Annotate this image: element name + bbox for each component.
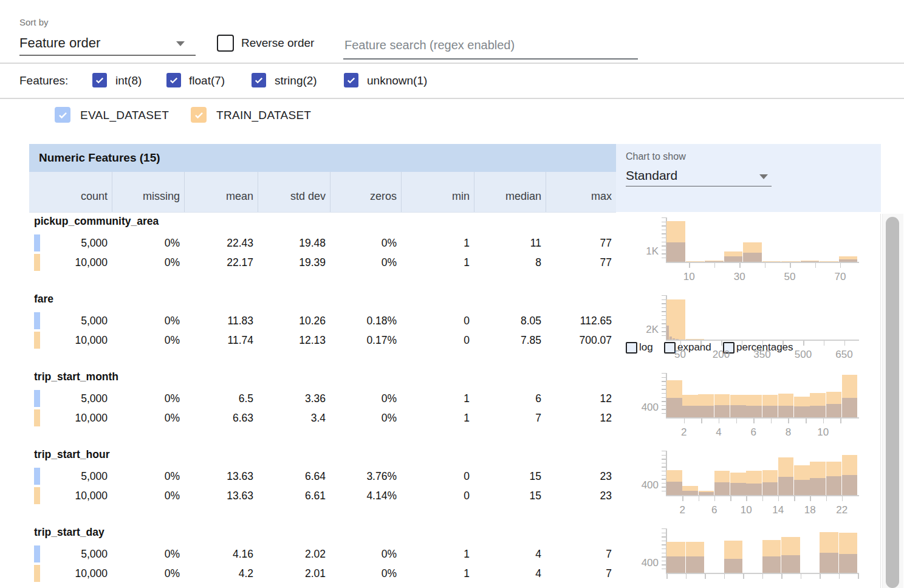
stat-value: 0% bbox=[112, 253, 184, 272]
sort-by-dropdown[interactable]: Feature order bbox=[19, 30, 196, 56]
filter-checkbox-string[interactable] bbox=[252, 73, 266, 87]
search-input[interactable] bbox=[343, 32, 638, 60]
histogram-bar bbox=[810, 406, 826, 417]
feature-histogram: 2K50200350500650 bbox=[616, 292, 883, 369]
column-header-missing[interactable]: missing bbox=[112, 172, 184, 212]
x-axis-tick bbox=[823, 419, 824, 423]
x-axis-tick-label: 6 bbox=[701, 504, 728, 516]
stat-value: 0 bbox=[401, 312, 474, 330]
x-axis-tick-label: 22 bbox=[829, 504, 855, 516]
x-axis-line bbox=[666, 417, 859, 419]
x-axis-tick-label: 2 bbox=[671, 426, 697, 439]
x-axis-tick bbox=[810, 496, 811, 501]
stat-value: 4.2 bbox=[184, 564, 258, 583]
stat-value: 19.39 bbox=[258, 253, 330, 272]
x-axis-tick bbox=[762, 496, 764, 501]
stat-value: 0% bbox=[330, 409, 401, 427]
feature-name: pickup_community_area bbox=[34, 215, 159, 228]
x-axis-tick bbox=[771, 419, 772, 423]
stat-value: 4.14% bbox=[330, 487, 401, 505]
stat-value: 1 bbox=[401, 234, 474, 252]
filter-label-string: string(2) bbox=[275, 74, 317, 87]
column-header-min[interactable]: min bbox=[401, 172, 474, 212]
column-header-zeros[interactable]: zeros bbox=[330, 172, 401, 212]
divider bbox=[0, 63, 904, 64]
stat-value: 1 bbox=[401, 389, 474, 408]
stat-value: 0 bbox=[401, 467, 474, 485]
stat-value: 0% bbox=[330, 234, 401, 252]
histogram-bar bbox=[778, 477, 794, 495]
column-header-max[interactable]: max bbox=[546, 172, 616, 212]
check-icon bbox=[168, 75, 179, 86]
x-axis-tick bbox=[842, 496, 843, 501]
histogram-bar bbox=[781, 555, 800, 573]
stat-value: 19.48 bbox=[258, 234, 330, 252]
stat-value: 4 bbox=[474, 545, 546, 563]
x-axis-tick bbox=[724, 574, 725, 579]
column-header-count[interactable]: count bbox=[29, 172, 112, 212]
stat-cells: 5,0000%22.4319.480%11177 bbox=[29, 234, 616, 252]
x-axis-tick bbox=[794, 496, 795, 501]
stat-value: 11 bbox=[474, 234, 546, 252]
y-axis-label: 1K bbox=[628, 245, 659, 258]
stat-value: 22.17 bbox=[184, 253, 258, 272]
filter-checkbox-int[interactable] bbox=[92, 73, 107, 87]
feature-rows: pickup_community_area 5,0000%22.4319.480… bbox=[0, 214, 904, 588]
column-header-stddev[interactable]: std dev bbox=[258, 172, 330, 212]
histogram-bar bbox=[714, 482, 730, 495]
stat-value: 8.05 bbox=[474, 312, 546, 330]
histogram-bar bbox=[698, 406, 714, 417]
stat-value: 13.63 bbox=[184, 487, 258, 505]
stat-value: 13.63 bbox=[184, 467, 258, 485]
x-axis-tick bbox=[840, 263, 841, 268]
stat-value: 12 bbox=[546, 409, 616, 427]
eval-dataset-checkbox[interactable] bbox=[55, 107, 70, 123]
stat-value: 0% bbox=[112, 234, 184, 252]
stat-value: 700.07 bbox=[546, 331, 616, 349]
histogram-bar bbox=[794, 406, 810, 417]
stat-value: 0.18% bbox=[330, 312, 401, 330]
stat-cells: 5,0000%11.8310.260.18%08.05112.65 bbox=[29, 312, 616, 330]
filter-checkbox-unknown[interactable] bbox=[344, 73, 358, 87]
x-axis-tick bbox=[701, 419, 702, 423]
filter-checkbox-float[interactable] bbox=[166, 73, 181, 87]
feature-block: pickup_community_area 5,0000%22.4319.480… bbox=[0, 214, 904, 292]
x-axis-tick bbox=[743, 574, 744, 579]
stat-value: 3.36 bbox=[258, 389, 330, 408]
histogram-bar bbox=[746, 484, 762, 495]
feature-block: trip_start_month 5,0000%6.53.360%1612 10… bbox=[0, 369, 904, 447]
train-stats-row: 10,0000%4.22.010%147 bbox=[29, 564, 616, 583]
x-axis-tick bbox=[790, 263, 791, 268]
histogram-bar bbox=[820, 553, 838, 573]
column-header-mean[interactable]: mean bbox=[184, 172, 258, 212]
check-icon bbox=[346, 75, 357, 86]
eval-stats-row: 5,0000%4.162.020%147 bbox=[29, 545, 616, 563]
x-axis-tick bbox=[801, 574, 802, 579]
train-dataset-checkbox[interactable] bbox=[191, 107, 207, 123]
train-stats-row: 10,0000%13.636.614.14%01523 bbox=[29, 487, 616, 505]
histogram-bar bbox=[666, 326, 669, 340]
reverse-order-checkbox[interactable] bbox=[217, 35, 234, 52]
divider bbox=[880, 214, 881, 588]
x-axis-tick bbox=[721, 341, 722, 346]
stat-value: 10,000 bbox=[29, 409, 112, 427]
stat-value: 7 bbox=[546, 564, 616, 583]
histogram-bar bbox=[762, 482, 778, 495]
chart-type-dropdown[interactable]: Standard bbox=[626, 167, 772, 186]
chart-type-value: Standard bbox=[626, 168, 677, 183]
stat-cells: 10,0000%6.633.40%1712 bbox=[29, 409, 616, 427]
stat-value: 15 bbox=[474, 467, 546, 485]
eval-stats-row: 5,0000%6.53.360%1612 bbox=[29, 389, 616, 408]
stat-value: 6.64 bbox=[258, 467, 330, 485]
reverse-order-label: Reverse order bbox=[241, 36, 314, 50]
scrollbar-thumb[interactable] bbox=[886, 217, 899, 588]
column-header-median[interactable]: median bbox=[474, 172, 546, 212]
stat-value: 5,000 bbox=[29, 467, 112, 485]
x-axis-tick-label: 500 bbox=[790, 349, 817, 361]
stat-value: 10,000 bbox=[29, 253, 112, 272]
x-axis-tick bbox=[736, 419, 738, 423]
x-axis-tick bbox=[762, 574, 764, 579]
feature-name: trip_start_month bbox=[34, 371, 118, 383]
stat-value: 1 bbox=[401, 409, 474, 427]
x-axis-tick bbox=[666, 574, 668, 579]
